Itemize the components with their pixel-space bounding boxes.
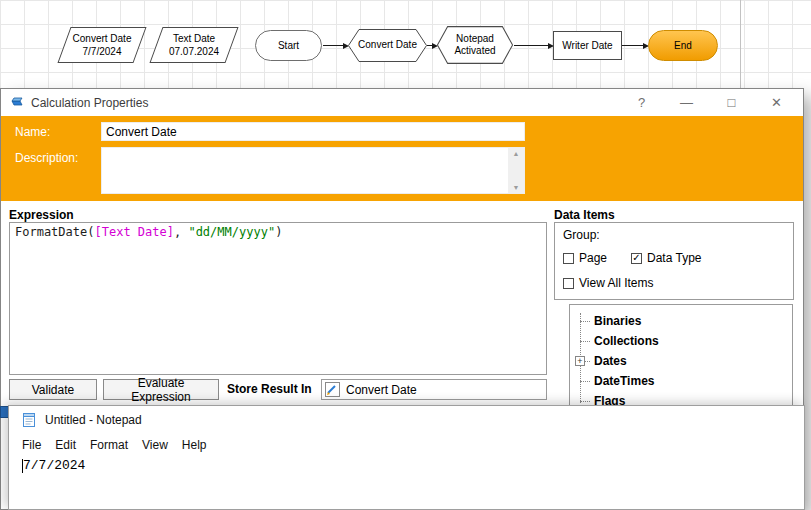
stage-label-line1: Notepad bbox=[456, 33, 494, 46]
validate-button[interactable]: Validate bbox=[9, 379, 97, 400]
stage-label-line2: Activated bbox=[454, 45, 495, 58]
notepad-text-area[interactable]: 7/7/2024 bbox=[9, 455, 804, 509]
data-type-checkbox[interactable]: ✓ Data Type bbox=[631, 251, 701, 265]
data-type-checkbox-label: Data Type bbox=[647, 251, 701, 265]
tree-item-label: Collections bbox=[594, 334, 659, 348]
expression-separator: , bbox=[174, 225, 188, 239]
checkbox-checked-icon[interactable]: ✓ bbox=[631, 253, 642, 264]
menu-view[interactable]: View bbox=[135, 438, 175, 452]
dialog-titlebar[interactable]: Calculation Properties ? — □ ✕ bbox=[1, 89, 803, 116]
notepad-text: 7/7/2024 bbox=[23, 458, 85, 473]
data-item-label: Convert Date 7/7/2024 bbox=[65, 28, 139, 62]
end-stage-label: End bbox=[674, 40, 692, 51]
notepad-menubar: File Edit Format View Help bbox=[9, 434, 804, 455]
store-result-label: Store Result In bbox=[227, 382, 312, 396]
expression-editor[interactable]: FormatDate([Text Date], "dd/MM/yyyy") bbox=[9, 222, 547, 375]
stage-label: Convert Date bbox=[348, 29, 427, 62]
data-item-stage-convert-date[interactable]: Convert Date 7/7/2024 bbox=[57, 27, 146, 63]
name-input[interactable] bbox=[101, 122, 525, 141]
data-items-group-box: Group: Page ✓ Data Type View All Items bbox=[554, 222, 794, 300]
dialog-title: Calculation Properties bbox=[31, 96, 148, 110]
help-button[interactable]: ? bbox=[619, 90, 664, 116]
description-scrollbar[interactable]: ▲ ▼ bbox=[508, 148, 524, 193]
data-item-value: 7/7/2024 bbox=[83, 45, 122, 58]
description-textarea[interactable] bbox=[102, 148, 508, 193]
expression-string: "dd/MM/yyyy" bbox=[188, 225, 275, 239]
page-boundary-line bbox=[740, 0, 741, 88]
start-stage[interactable]: Start bbox=[255, 30, 322, 61]
stage-label: Writer Date bbox=[562, 40, 612, 51]
connector-arrow bbox=[622, 45, 647, 46]
expression-data-item: [Text Date] bbox=[94, 225, 173, 239]
minimize-button[interactable]: — bbox=[664, 90, 709, 116]
tree-item-label: Dates bbox=[594, 354, 627, 368]
connector-arrow bbox=[323, 45, 347, 46]
expression-closing: ) bbox=[275, 225, 282, 239]
group-label: Group: bbox=[563, 228, 600, 242]
end-stage[interactable]: End bbox=[648, 30, 718, 61]
tree-item-binaries[interactable]: Binaries bbox=[570, 311, 792, 331]
expand-icon[interactable]: + bbox=[575, 356, 585, 366]
expression-label: Expression bbox=[9, 208, 74, 222]
tree-item-label: DateTimes bbox=[594, 374, 654, 388]
tree-item-dates[interactable]: + Dates bbox=[570, 351, 792, 371]
description-label: Description: bbox=[15, 151, 78, 165]
notepad-window: Untitled - Notepad File Edit Format View… bbox=[8, 405, 805, 510]
scroll-up-icon[interactable]: ▲ bbox=[513, 150, 520, 157]
data-item-stage-text-date[interactable]: Text Date 07.07.2024 bbox=[149, 27, 238, 63]
data-item-value: 07.07.2024 bbox=[169, 45, 219, 58]
notepad-titlebar[interactable]: Untitled - Notepad bbox=[9, 406, 804, 434]
stage-label-text: Convert Date bbox=[358, 39, 417, 52]
data-item-label: Text Date 07.07.2024 bbox=[157, 28, 231, 62]
stage-label: Notepad Activated bbox=[437, 26, 513, 64]
action-stage-writer-date[interactable]: Writer Date bbox=[553, 31, 622, 60]
start-stage-label: Start bbox=[278, 40, 299, 51]
store-result-field[interactable]: Convert Date bbox=[321, 379, 547, 400]
connector-arrow bbox=[514, 45, 552, 46]
maximize-button[interactable]: □ bbox=[709, 90, 754, 116]
checkbox-unchecked-icon[interactable] bbox=[563, 253, 574, 264]
tree-item-label: Binaries bbox=[594, 314, 641, 328]
notepad-title: Untitled - Notepad bbox=[45, 413, 142, 427]
menu-file[interactable]: File bbox=[15, 438, 48, 452]
notepad-icon bbox=[21, 412, 37, 428]
menu-edit[interactable]: Edit bbox=[48, 438, 83, 452]
menu-format[interactable]: Format bbox=[83, 438, 135, 452]
page-checkbox[interactable]: Page bbox=[563, 251, 607, 265]
process-diagram-canvas: Convert Date 7/7/2024 Text Date 07.07.20… bbox=[0, 0, 811, 88]
calculation-stage-icon bbox=[10, 96, 24, 110]
expression-function: FormatDate( bbox=[15, 225, 94, 239]
store-result-value: Convert Date bbox=[346, 383, 417, 397]
calculation-stage-convert-date[interactable]: Convert Date bbox=[348, 29, 427, 62]
page-checkbox-label: Page bbox=[579, 251, 607, 265]
evaluate-expression-button[interactable]: Evaluate Expression bbox=[103, 379, 219, 400]
view-all-items-checkbox-label: View All Items bbox=[579, 276, 653, 290]
tree-item-datetimes[interactable]: DateTimes bbox=[570, 371, 792, 391]
checkbox-unchecked-icon[interactable] bbox=[563, 278, 574, 289]
data-item-name: Text Date bbox=[173, 32, 215, 45]
view-all-items-checkbox[interactable]: View All Items bbox=[563, 276, 653, 290]
connector-arrow bbox=[427, 45, 436, 46]
dialog-header-band: Name: Description: ▲ ▼ bbox=[1, 116, 803, 201]
window-controls: ? — □ ✕ bbox=[619, 90, 799, 116]
tree-item-collections[interactable]: Collections bbox=[570, 331, 792, 351]
name-label: Name: bbox=[15, 125, 50, 139]
menu-help[interactable]: Help bbox=[175, 438, 214, 452]
data-items-title: Data Items bbox=[554, 208, 615, 222]
store-result-icon bbox=[325, 382, 340, 397]
scroll-down-icon[interactable]: ▼ bbox=[513, 184, 520, 191]
description-field: ▲ ▼ bbox=[101, 147, 525, 194]
close-button[interactable]: ✕ bbox=[754, 90, 799, 116]
data-item-name: Convert Date bbox=[73, 32, 132, 45]
calculation-stage-notepad-activated[interactable]: Notepad Activated bbox=[437, 26, 513, 64]
